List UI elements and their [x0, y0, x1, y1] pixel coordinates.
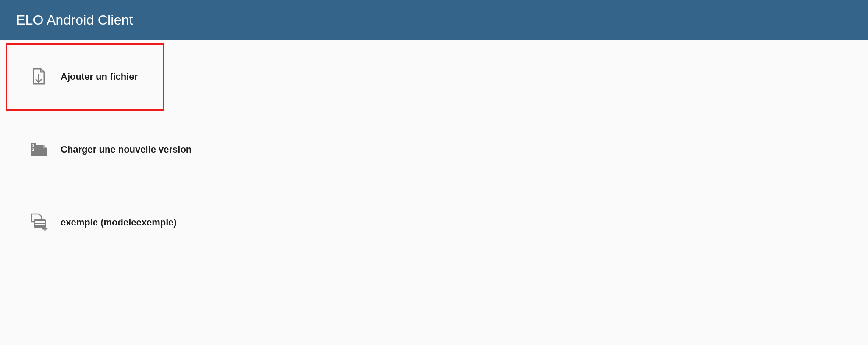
file-versions-icon: 3 2 1 [28, 139, 49, 160]
list-item-label: Ajouter un fichier [61, 71, 138, 82]
list-item-label: exemple (modeleexemple) [61, 217, 177, 228]
list-item-label: Charger une nouvelle version [61, 144, 192, 155]
svg-rect-6 [35, 224, 45, 225]
list-item-add-file[interactable]: Ajouter un fichier [0, 40, 868, 113]
list-item-template-example[interactable]: exemple (modeleexemple) [0, 186, 868, 259]
svg-rect-5 [35, 221, 45, 223]
list-item-load-version[interactable]: 3 2 1 Charger une nouvelle version [0, 113, 868, 186]
file-download-icon [28, 67, 49, 87]
form-add-icon [28, 212, 49, 233]
appbar-title: ELO Android Client [16, 12, 133, 28]
svg-text:3: 3 [32, 143, 34, 147]
action-list: Ajouter un fichier 3 2 1 Charger une nou… [0, 40, 868, 259]
svg-text:2: 2 [32, 147, 34, 152]
appbar: ELO Android Client [0, 0, 868, 40]
svg-rect-4 [34, 219, 46, 228]
svg-text:1: 1 [32, 152, 34, 156]
